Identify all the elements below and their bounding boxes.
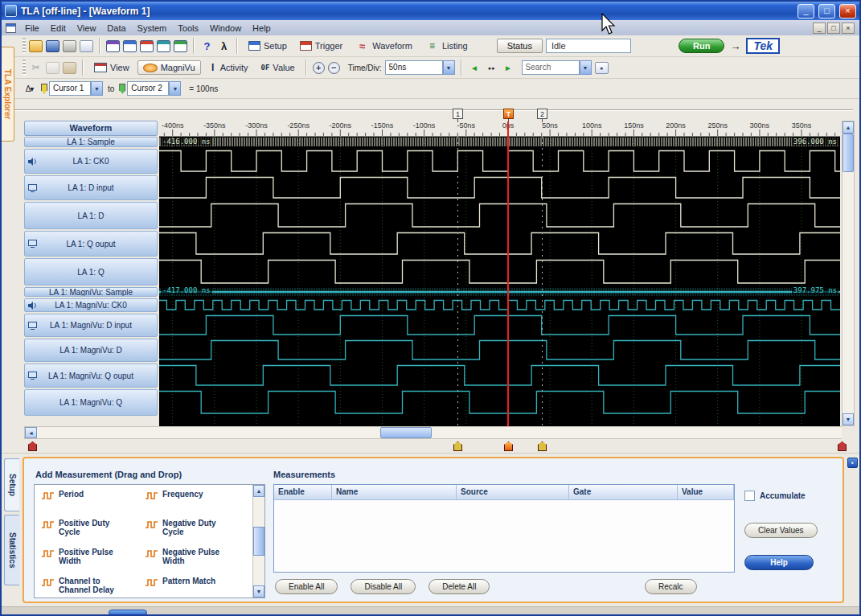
paste-icon[interactable]	[63, 62, 76, 74]
time-ruler[interactable]: -400ns-350ns-300ns-250ns-200ns-150ns-100…	[159, 121, 840, 137]
waveform-column-header[interactable]: Waveform	[24, 121, 158, 136]
trigger-bottom-marker[interactable]	[504, 441, 513, 451]
mdi-minimize-button[interactable]: _	[813, 23, 826, 34]
save-icon[interactable]	[46, 40, 59, 52]
search-dropdown-icon[interactable]: ▼	[580, 60, 592, 75]
run-button[interactable]: Run	[679, 39, 724, 53]
vertical-scroll-thumb[interactable]	[843, 133, 854, 172]
timediv-dropdown-icon[interactable]: ▼	[443, 60, 455, 75]
maximize-button[interactable]: □	[818, 4, 835, 18]
wave-label-la-1-magnivu-q[interactable]: LA 1: MagniVu: Q	[24, 389, 158, 416]
setup-window-icon[interactable]	[123, 40, 137, 52]
waveform-button[interactable]: Waveform	[351, 39, 417, 54]
trigger-marker[interactable]: T	[503, 109, 514, 119]
wave-label-la-1-magnivu-sample[interactable]: LA 1: MagniVu: Sample	[24, 287, 158, 297]
search-prev-icon[interactable]	[468, 62, 482, 74]
measurement-item-channel-to-channel-delay[interactable]: Channel to Channel Delay	[41, 577, 145, 598]
menu-item-view[interactable]: View	[72, 22, 102, 35]
menu-item-tools[interactable]: Tools	[172, 22, 204, 35]
menu-item-file[interactable]: File	[19, 22, 45, 35]
cut-icon[interactable]	[29, 62, 43, 74]
binoculars-icon[interactable]	[485, 62, 498, 74]
status-button[interactable]: Status	[497, 39, 543, 53]
list-scroll-up-icon[interactable]: ▲	[253, 485, 264, 497]
measurement-item-negative-duty-cycle[interactable]: Negative Duty Cycle	[145, 519, 248, 548]
wave-label-la-1-q[interactable]: LA 1: Q	[24, 258, 158, 285]
side-tab-statistics[interactable]: Statistics	[4, 515, 19, 585]
magnivu-button[interactable]: MagniVu	[137, 60, 201, 75]
zoom-in-icon[interactable]	[313, 62, 325, 74]
mdi-child-icon[interactable]	[6, 23, 16, 33]
wave-label-la-1-magnivu-d[interactable]: LA 1: MagniVu: D	[24, 339, 158, 362]
menu-item-help[interactable]: Help	[247, 22, 277, 35]
listing-button[interactable]: Listing	[420, 39, 473, 54]
setup-button[interactable]: Setup	[244, 39, 292, 52]
measurement-item-negative-pulse-width[interactable]: Negative Pulse Width	[145, 548, 248, 577]
toolbar-grip[interactable]	[23, 60, 26, 76]
cursor2-dropdown-icon[interactable]: ▼	[169, 81, 181, 96]
wave-label-la-1-magnivu-d-input[interactable]: LA 1: MagniVu: D input	[24, 314, 158, 337]
scroll-left-icon[interactable]: ◄	[25, 427, 37, 438]
vertical-scrollbar[interactable]: ▲ ▼	[842, 121, 855, 426]
open-icon[interactable]	[29, 40, 43, 52]
measurement-list-scrollbar[interactable]: ▲ ▼	[252, 485, 264, 598]
search-next-icon[interactable]	[502, 62, 515, 74]
delta-icon[interactable]	[23, 83, 36, 95]
wave-label-la-1-d[interactable]: LA 1: D	[24, 202, 158, 229]
wave-label-la-1-magnivu-ck0[interactable]: LA 1: MagniVu: CK0	[24, 298, 158, 312]
export-icon[interactable]	[80, 40, 93, 52]
waveform-window-icon[interactable]	[157, 40, 170, 52]
recalc-button[interactable]: Recalc	[645, 579, 697, 594]
wave-label-la-1-d-input[interactable]: LA 1: D input	[24, 175, 158, 200]
mdi-close-button[interactable]: ×	[842, 23, 855, 34]
accumulate-checkbox[interactable]	[744, 491, 755, 501]
copy-icon[interactable]	[46, 62, 59, 74]
menu-item-system[interactable]: System	[132, 22, 173, 35]
list-scroll-thumb[interactable]	[253, 527, 264, 556]
search-select[interactable]: Search ▼	[522, 60, 592, 75]
trigger-window-icon[interactable]	[140, 40, 154, 52]
cursor1-bottom-marker[interactable]	[453, 441, 462, 451]
wave-label-la-1-magnivu-q-ouput[interactable]: LA 1: MagniVu: Q ouput	[24, 363, 158, 388]
value-button[interactable]: 0F Value	[256, 61, 300, 74]
trigger-button[interactable]: Trigger	[295, 39, 347, 52]
horizontal-scrollbar[interactable]: ◄ ►	[24, 426, 855, 439]
system-window-icon[interactable]	[106, 40, 120, 52]
search-options-icon[interactable]	[595, 62, 609, 74]
delete-all-button[interactable]: Delete All	[428, 579, 490, 594]
scroll-down-icon[interactable]: ▼	[843, 413, 854, 425]
zoom-out-icon[interactable]	[328, 62, 340, 74]
menu-item-edit[interactable]: Edit	[45, 22, 72, 35]
enable-all-button[interactable]: Enable All	[275, 579, 338, 594]
wave-canvas[interactable]: -416.000 ns 396.000 ns -417.000 ns 397.9…	[159, 137, 840, 426]
cursor1-marker[interactable]: 1	[453, 109, 463, 119]
wave-label-la-1-q-ouput[interactable]: LA 1: Q ouput	[24, 231, 158, 257]
data-begin-marker[interactable]	[28, 441, 37, 451]
listing-window-icon[interactable]	[174, 40, 187, 52]
view-button[interactable]: View	[89, 61, 134, 74]
cursor2-bottom-marker[interactable]	[538, 441, 547, 451]
script-icon[interactable]	[217, 40, 231, 52]
close-button[interactable]: ×	[839, 4, 856, 18]
cursor1-dropdown-icon[interactable]: ▼	[91, 81, 103, 96]
tla-explorer-tab[interactable]: TLA Explorer	[2, 47, 14, 142]
cursor1-line[interactable]	[457, 137, 458, 426]
side-tab-setup[interactable]: Setup	[4, 458, 19, 511]
menu-item-data[interactable]: Data	[101, 22, 131, 35]
trigger-line[interactable]	[507, 121, 509, 426]
meas-table-body[interactable]	[274, 500, 734, 572]
data-end-marker[interactable]	[838, 441, 847, 451]
mdi-restore-button[interactable]: □	[827, 23, 840, 34]
measurement-item-frequency[interactable]: Frequency	[145, 490, 248, 519]
disable-all-button[interactable]: Disable All	[351, 579, 416, 594]
panel-expand-icon[interactable]: ▪	[847, 458, 858, 468]
clear-values-button[interactable]: Clear Values	[744, 523, 818, 538]
wave-label-la-1-sample[interactable]: LA 1: Sample	[24, 137, 158, 147]
toolbar-grip[interactable]	[23, 38, 26, 54]
help-icon[interactable]	[200, 40, 214, 52]
cursor2-select[interactable]: Cursor 2 ▼	[119, 81, 181, 96]
measurement-item-period[interactable]: Period	[41, 490, 145, 519]
scroll-up-icon[interactable]: ▲	[843, 121, 854, 133]
activity-button[interactable]: I Activity	[204, 60, 253, 75]
cursor1-select[interactable]: Cursor 1 ▼	[41, 81, 103, 96]
